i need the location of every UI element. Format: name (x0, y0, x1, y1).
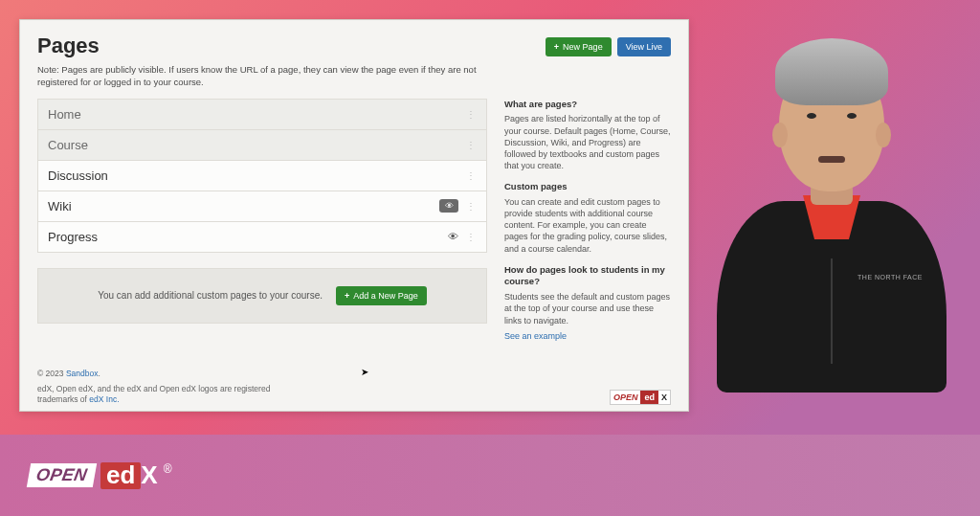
view-live-label: View Live (626, 42, 662, 52)
page-row-wiki[interactable]: Wiki👁⋮ (38, 191, 486, 222)
page-row-label: Discussion (48, 168, 108, 183)
badge-x: X (658, 393, 670, 402)
page-title: Pages (37, 34, 100, 58)
sidebar-text-what: Pages are listed horizontally at the top… (504, 113, 671, 171)
help-sidebar: What are pages? Pages are listed horizon… (504, 99, 671, 355)
sidebar-heading-what: What are pages? (504, 99, 671, 111)
sidebar-text-look: Students see the default and custom page… (504, 291, 671, 325)
copyright-link[interactable]: Sandbox (66, 369, 99, 378)
drag-handle-icon[interactable]: ⋮ (466, 140, 477, 150)
brand-x: X (141, 460, 157, 489)
presenter-ear (772, 123, 788, 147)
drag-handle-icon[interactable]: ⋮ (466, 109, 477, 120)
presenter-mouth (818, 156, 845, 163)
see-example-link[interactable]: See an example (504, 331, 567, 341)
page-row-label: Wiki (48, 199, 72, 213)
drag-handle-icon[interactable]: ⋮ (466, 201, 477, 212)
plus-icon: + (345, 291, 349, 301)
brand-ed: ed (100, 462, 141, 489)
page-row-label: Progress (48, 230, 98, 244)
add-new-page-button[interactable]: + Add a New Page (336, 286, 427, 305)
presenter-zipper (831, 258, 833, 364)
presenter-figure: THE NORTH FACE (712, 48, 951, 393)
page-row-course[interactable]: Course⋮ (38, 130, 486, 161)
page-row-discussion[interactable]: Discussion⋮ (38, 161, 486, 191)
brand-edx: edX (100, 460, 158, 490)
trademark-link[interactable]: edX Inc. (89, 394, 119, 404)
presenter-ear (876, 123, 891, 147)
left-column: Home⋮Course⋮Discussion⋮Wiki👁⋮Progress👁⋮ … (37, 99, 487, 355)
page-row-label: Home (48, 107, 81, 122)
cursor-icon: ➤ (361, 367, 368, 377)
add-page-panel: You can add additional custom pages to y… (37, 268, 487, 324)
page-row-actions: ⋮ (466, 109, 477, 120)
drag-handle-icon[interactable]: ⋮ (466, 170, 477, 181)
video-stage: Pages + New Page View Live Note: Pages a… (0, 0, 980, 516)
page-row-actions: 👁⋮ (439, 199, 477, 213)
eye-icon[interactable]: 👁 (448, 231, 458, 242)
drag-handle-icon[interactable]: ⋮ (466, 232, 477, 242)
brand-bar: OPEN edX ® (0, 435, 980, 516)
badge-ed: ed (640, 391, 658, 404)
page-row-actions: 👁⋮ (448, 231, 477, 242)
visibility-toggle-button[interactable]: 👁 (439, 199, 458, 213)
add-page-hint: You can add additional custom pages to y… (98, 290, 323, 301)
badge-open: OPEN (611, 393, 641, 402)
header-buttons: + New Page View Live (546, 37, 671, 56)
brand-open: OPEN (27, 463, 97, 487)
view-live-button[interactable]: View Live (617, 37, 671, 56)
page-row-progress[interactable]: Progress👁⋮ (38, 222, 486, 252)
trademark-prefix: edX, Open edX, and the edX and Open edX … (37, 384, 270, 404)
sidebar-text-custom: You can create and edit custom pages to … (504, 196, 671, 255)
page-row-label: Course (48, 138, 88, 152)
registered-icon: ® (164, 462, 172, 476)
sidebar-heading-custom: Custom pages (504, 181, 671, 193)
copyright-suffix: . (98, 369, 100, 378)
page-row-home[interactable]: Home⋮ (38, 100, 486, 130)
page-row-actions: ⋮ (466, 170, 477, 181)
presenter-hair (775, 38, 888, 105)
studio-pages-window: Pages + New Page View Live Note: Pages a… (19, 19, 689, 412)
jacket-logo: THE NORTH FACE (858, 274, 923, 281)
footer-area: © 2023 Sandbox. edX, Open edX, and the e… (37, 369, 671, 405)
pages-list: Home⋮Course⋮Discussion⋮Wiki👁⋮Progress👁⋮ (37, 99, 487, 253)
add-new-page-label: Add a New Page (353, 291, 418, 301)
plus-icon: + (554, 42, 559, 52)
openedx-badge: OPEN ed X (610, 390, 671, 405)
openedx-logo: OPEN edX ® (29, 460, 172, 490)
visibility-note: Note: Pages are publicly visible. If use… (37, 64, 487, 89)
presenter-eye (807, 113, 816, 119)
footer-text: © 2023 Sandbox. edX, Open edX, and the e… (37, 369, 286, 405)
page-row-actions: ⋮ (466, 140, 477, 150)
body-row: Home⋮Course⋮Discussion⋮Wiki👁⋮Progress👁⋮ … (37, 99, 671, 355)
new-page-button[interactable]: + New Page (546, 37, 612, 56)
copyright-prefix: © 2023 (37, 369, 66, 378)
new-page-label: New Page (563, 42, 603, 52)
presenter-eye (847, 113, 857, 119)
sidebar-heading-look: How do pages look to students in my cour… (504, 264, 671, 289)
header-row: Pages + New Page View Live (37, 34, 671, 58)
